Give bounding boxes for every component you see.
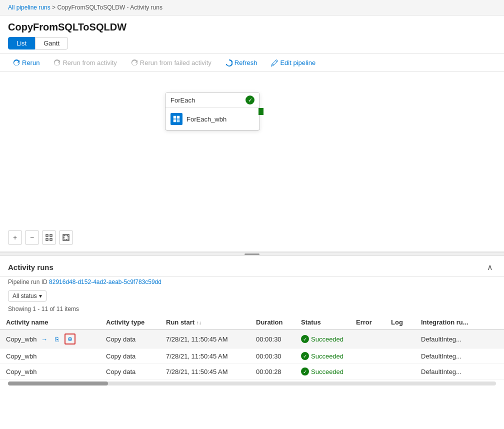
cell-error [350,364,385,380]
cell-log [385,364,415,380]
status-badge: ✓Succeeded [301,335,344,343]
collapse-button[interactable]: ∧ [484,261,496,273]
node-body: ForEach_wbh [166,108,260,130]
cell-duration: 00:00:30 [250,330,295,348]
breadcrumb: All pipeline runs > CopyFromSQLToSQLDW -… [0,0,504,16]
svg-rect-3 [177,120,180,122]
cell-integration-runtime: DefaultInteg... [415,330,504,348]
status-filter-dropdown[interactable]: All status ▾ [8,290,46,302]
cell-integration-runtime: DefaultInteg... [415,348,504,364]
svg-rect-6 [46,238,48,240]
scrollbar-thumb[interactable] [8,382,108,386]
status-text: Succeeded [311,336,344,343]
showing-text: Showing 1 - 11 of 11 items [0,304,504,316]
toolbar: Rerun Rerun from activity Rerun from fai… [0,54,504,72]
refresh-button[interactable]: Refresh [220,57,262,68]
zoom-out-button[interactable]: − [25,230,39,244]
rerun-from-activity-icon [54,60,60,66]
cell-status: ✓Succeeded [295,330,350,348]
table-row: Copy_wbhCopy data7/28/21, 11:50:45 AM00:… [0,364,504,380]
cell-activity-name: Copy_wbh→⎘⊕ [0,330,100,348]
activity-name-text: Copy_wbh [6,336,36,343]
reset-view-button[interactable] [59,230,73,244]
node-header: ForEach ✓ [166,92,260,108]
divider-handle[interactable] [0,252,504,256]
cell-activity-name: Copy_wbh [0,364,100,380]
rerun-button[interactable]: Rerun [8,57,44,68]
breadcrumb-link[interactable]: All pipeline runs [8,4,50,11]
svg-rect-7 [50,238,52,240]
foreach-icon [170,113,182,125]
cell-activity-name: Copy_wbh [0,348,100,364]
success-icon: ✓ [301,352,309,360]
svg-rect-5 [50,234,52,236]
col-header-run-start[interactable]: Run start ↑↓ [160,316,250,330]
node-connector-right [258,108,264,115]
sort-icon: ↑↓ [196,320,202,326]
col-header-activity-name: Activity name [0,316,100,330]
cell-activity-type: Copy data [100,348,160,364]
success-icon: ✓ [301,368,309,376]
zoom-in-button[interactable]: + [8,230,22,244]
cell-run-start: 7/28/21, 11:50:45 AM [160,330,250,348]
cell-status: ✓Succeeded [295,348,350,364]
success-icon: ✓ [301,335,309,343]
pipeline-run-id-link[interactable]: 82916d48-d152-4ad2-aeab-5c9f783c59dd [49,278,162,286]
col-header-error: Error [350,316,385,330]
table-row: Copy_wbhCopy data7/28/21, 11:50:45 AM00:… [0,348,504,364]
edit-pipeline-button[interactable]: Edit pipeline [266,57,320,68]
status-badge: ✓Succeeded [301,368,344,376]
svg-rect-9 [64,236,68,240]
rerun-from-activity-button[interactable]: Rerun from activity [48,57,122,68]
node-success-icon: ✓ [246,96,254,104]
status-text: Succeeded [311,352,344,360]
cell-run-start: 7/28/21, 11:50:45 AM [160,364,250,380]
navigate-icon[interactable]: → [38,334,50,344]
cell-log [385,348,415,364]
rerun-from-failed-icon [131,60,138,66]
cell-status: ✓Succeeded [295,364,350,380]
canvas-area: ForEach ✓ ForEach_wbh + − [0,72,504,252]
rerun-icon [13,60,20,66]
node-activity-label: ForEach_wbh [186,116,226,123]
svg-rect-1 [177,116,180,118]
cell-activity-type: Copy data [100,330,160,348]
fit-view-button[interactable] [42,230,56,244]
horizontal-scrollbar[interactable] [8,382,496,386]
svg-rect-0 [174,116,176,118]
cell-duration: 00:00:30 [250,348,295,364]
svg-rect-2 [174,120,176,122]
link-icon[interactable]: ⊕ [64,334,76,344]
table-row: Copy_wbh→⎘⊕Copy data7/28/21, 11:50:45 AM… [0,330,504,348]
svg-rect-4 [46,234,48,236]
activity-name-text: Copy_wbh [6,352,36,360]
chevron-down-icon: ▾ [39,292,42,300]
rerun-from-failed-button[interactable]: Rerun from failed activity [126,57,216,68]
breadcrumb-separator: > [52,4,56,11]
col-header-duration: Duration [250,316,295,330]
fit-view-icon [46,234,52,241]
output-icon[interactable]: ⎘ [52,334,62,344]
tab-gantt[interactable]: Gantt [35,37,68,50]
cell-integration-runtime: DefaultInteg... [415,364,504,380]
pipeline-run-id-row: Pipeline run ID 82916d48-d152-4ad2-aeab-… [0,276,504,288]
refresh-icon [226,60,232,66]
activity-name-text: Copy_wbh [6,368,36,376]
status-text: Succeeded [311,368,344,376]
page-title: CopyFromSQLToSQLDW [0,16,504,37]
edit-icon [271,60,278,66]
bottom-panel-header: Activity runs ∧ [0,256,504,276]
status-badge: ✓Succeeded [301,352,344,360]
canvas-controls: + − [8,230,73,244]
activity-runs-title: Activity runs [8,263,54,272]
filter-row: All status ▾ [0,288,504,304]
tab-list[interactable]: List [8,37,35,50]
col-header-log: Log [385,316,415,330]
activity-runs-table: Activity name Activity type Run start ↑↓… [0,316,504,380]
reset-view-icon [62,234,70,241]
cell-log [385,330,415,348]
cell-error [350,330,385,348]
col-header-status: Status [295,316,350,330]
foreach-node[interactable]: ForEach ✓ ForEach_wbh [165,92,260,130]
view-tabs: List Gantt [0,37,504,54]
